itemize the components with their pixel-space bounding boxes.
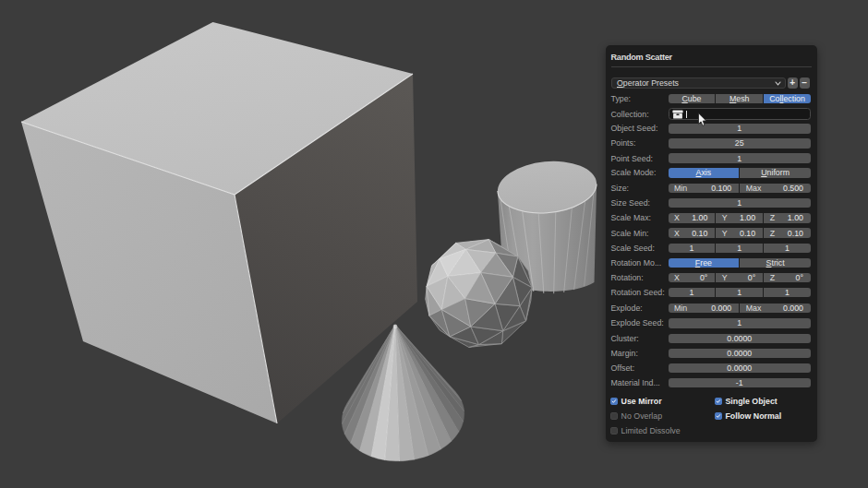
field-key: Min (674, 184, 687, 193)
scale-max-field-0[interactable]: X1.00 (669, 213, 716, 222)
panel-title: Random Scatter (611, 53, 672, 62)
type-option[interactable]: Collection (764, 94, 811, 103)
row-points: Points: 25 (611, 138, 812, 148)
collection-input[interactable] (669, 108, 812, 120)
material-index-value-field[interactable]: -1 (669, 378, 812, 387)
checkbox-box-unchecked[interactable] (610, 412, 618, 420)
checkbox-use-mirror[interactable]: Use Mirror (610, 398, 661, 405)
checkbox-box-unchecked[interactable] (610, 427, 618, 434)
field-value: 1 (737, 318, 741, 327)
points-field[interactable]: 25 (669, 138, 812, 148)
checkbox-limited-dissolve[interactable]: Limited Dissolve (610, 427, 680, 434)
explode-seed-field[interactable]: 1 (669, 318, 812, 327)
field-value: 1 (737, 198, 741, 208)
collection-icon (672, 110, 683, 119)
field-value: 1 (737, 124, 741, 133)
material-index-field[interactable]: -1 (669, 378, 812, 387)
size-seed-field[interactable]: 1 (669, 198, 812, 208)
field-value: 0.500 (783, 184, 803, 193)
row-label: Rotation Mo... (611, 258, 662, 268)
checkbox-box-checked[interactable] (715, 398, 722, 405)
cluster-value-field[interactable]: 0.0000 (669, 334, 812, 343)
add-preset-button[interactable]: + (788, 77, 799, 89)
field-value: 1 (737, 244, 741, 253)
row-point-seed: Point Seed: 1 (611, 153, 812, 162)
rotation-seed-field-1[interactable]: 1 (716, 288, 763, 297)
row-offset: Offset: 0.0000 (611, 363, 812, 373)
margin-field[interactable]: 0.0000 (669, 349, 812, 358)
field-value: 0.0000 (727, 349, 752, 358)
size-seed-value-field[interactable]: 1 (669, 198, 812, 208)
field-key: Max (746, 184, 762, 193)
row-size: Size: Min0.100 Max0.500 (611, 184, 812, 193)
scale-min-field-0[interactable]: X0.10 (669, 228, 716, 237)
margin-value-field[interactable]: 0.0000 (669, 349, 812, 358)
operator-presets-dropdown[interactable]: Operator Presets (611, 77, 786, 89)
remove-preset-button[interactable]: − (800, 77, 811, 89)
field-value: 1.00 (692, 213, 707, 222)
rotation-field-1[interactable]: Y0° (716, 273, 763, 282)
row-label: Collection: (611, 108, 649, 120)
scale-seed-field-0[interactable]: 1 (669, 244, 716, 253)
field-value: 0.10 (788, 229, 803, 238)
rotation-seed-fields: 1 1 1 (669, 288, 812, 297)
object-seed-value-field[interactable]: 1 (669, 124, 812, 133)
rotation-seed-field-0[interactable]: 1 (669, 288, 716, 297)
field-value: 1 (737, 154, 741, 163)
rotation-field-2[interactable]: Z0° (764, 273, 811, 282)
explode-field-1[interactable]: Max0.000 (740, 304, 811, 313)
object-seed-field[interactable]: 1 (669, 124, 812, 133)
field-key: Y (722, 229, 728, 238)
scale-mode-option[interactable]: Axis (669, 168, 740, 177)
point-seed-value-field[interactable]: 1 (669, 153, 812, 162)
scale-max-field-2[interactable]: Z1.00 (764, 213, 811, 222)
rotation-seed-field-2[interactable]: 1 (764, 288, 811, 297)
explode-field-0[interactable]: Min0.000 (669, 304, 740, 313)
field-key: Min (674, 304, 687, 313)
checkbox-follow-normal[interactable]: Follow Normal (715, 412, 781, 420)
type-segmented: Cube Mesh Collection (669, 94, 812, 103)
scale-seed-field-1[interactable]: 1 (716, 244, 763, 253)
row-label: Offset: (611, 363, 635, 373)
rotation-fields: X0° Y0° Z0° (669, 273, 812, 282)
points-value-field[interactable]: 25 (669, 138, 812, 148)
type-option[interactable]: Cube (669, 94, 716, 103)
checkbox-box-checked[interactable] (715, 412, 722, 420)
checkbox-no-overlap[interactable]: No Overlap (610, 412, 662, 420)
field-value: 0° (748, 273, 755, 282)
checkbox-box-checked[interactable] (610, 398, 618, 405)
size-field-1[interactable]: Max0.500 (740, 184, 811, 193)
field-value: 1.00 (788, 213, 803, 222)
offset-field[interactable]: 0.0000 (669, 363, 812, 373)
row-material-index: Material Ind... -1 (611, 378, 812, 387)
rotation-mode-option[interactable]: Strict (740, 258, 811, 268)
cluster-field[interactable]: 0.0000 (669, 334, 812, 343)
minus-icon: − (802, 78, 807, 88)
scale-max-field-1[interactable]: Y1.00 (716, 213, 763, 222)
option-label: esh (736, 94, 749, 103)
panel-separator (611, 66, 812, 67)
field-value: 0.0000 (727, 363, 752, 373)
type-option[interactable]: Mesh (716, 94, 763, 103)
scale-seed-field-2[interactable]: 1 (764, 244, 811, 253)
field-key: Z (770, 273, 775, 282)
point-seed-field[interactable]: 1 (669, 153, 812, 162)
scale-mode-option[interactable]: Uniform (740, 168, 811, 177)
field-key: Y (722, 213, 728, 222)
checkbox-single-object[interactable]: Single Object (715, 398, 778, 405)
checkmark-icon (716, 412, 721, 420)
field-value: -1 (736, 378, 743, 387)
size-field-0[interactable]: Min0.100 (669, 184, 740, 193)
scale-min-field-1[interactable]: Y0.10 (716, 228, 763, 237)
scale-min-field-2[interactable]: Z0.10 (764, 228, 811, 237)
operator-panel: Random Scatter Operator Presets + − Type… (606, 45, 817, 442)
offset-value-field[interactable]: 0.0000 (669, 363, 812, 373)
rotation-mode-option[interactable]: Free (669, 258, 740, 268)
explode-seed-value-field[interactable]: 1 (669, 318, 812, 327)
field-value: 0.10 (692, 229, 707, 238)
row-rotation-seed: Rotation Seed: 1 1 1 (611, 288, 812, 297)
rotation-field-0[interactable]: X0° (669, 273, 716, 282)
field-key: X (674, 213, 680, 222)
row-scale-seed: Scale Seed: 1 1 1 (611, 244, 812, 253)
row-label: Size: (611, 184, 630, 193)
